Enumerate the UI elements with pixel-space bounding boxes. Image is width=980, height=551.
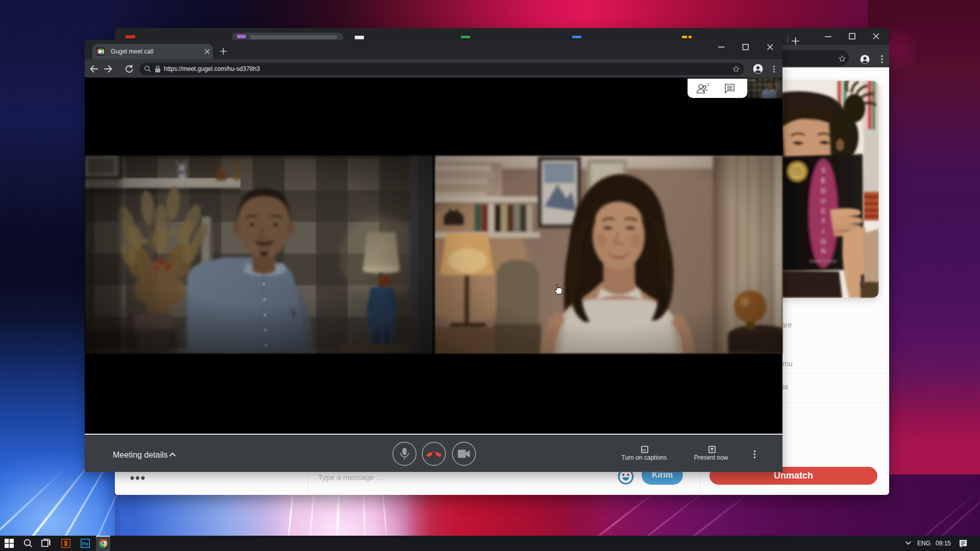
svg-text:cc: cc [642,447,646,452]
svg-text:O: O [821,238,825,245]
svg-text:2: 2 [707,82,709,87]
svg-text:D: D [821,187,826,194]
svg-text:C: C [821,208,826,215]
svg-text:I: I [822,228,824,235]
svg-text:E: E [821,177,825,184]
svg-text:N: N [821,247,826,255]
svg-text:Po: Po [82,541,88,546]
svg-text:U: U [821,197,826,205]
svg-text:T: T [821,218,825,225]
svg-text:S: S [821,167,825,174]
svg-text:ROBERT GREENE: ROBERT GREENE [810,260,837,263]
